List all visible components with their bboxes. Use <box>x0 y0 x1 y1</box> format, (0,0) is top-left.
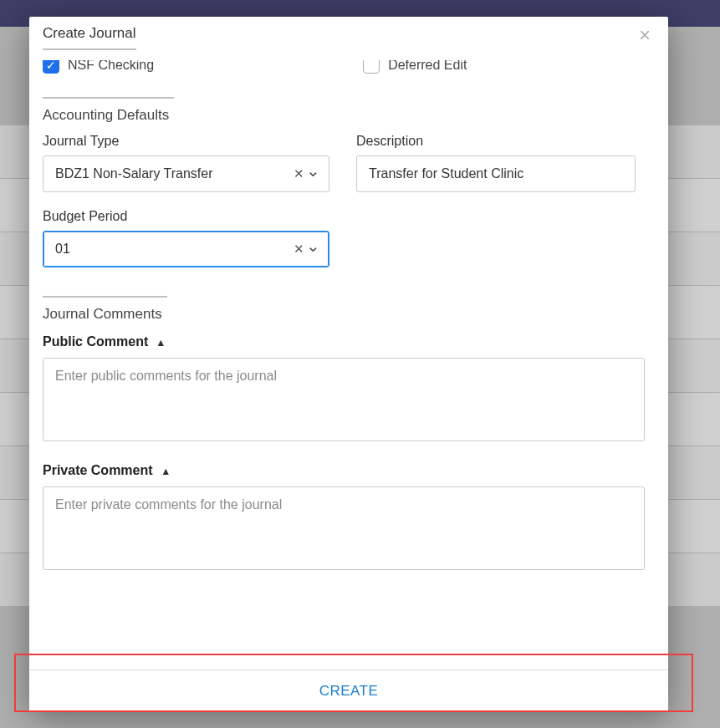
journal-comments-heading: Journal Comments <box>43 296 167 323</box>
public-comment-textarea[interactable] <box>43 358 645 441</box>
journal-type-select[interactable]: BDZ1 Non-Salary Transfer ✕ ⌄ <box>43 155 329 192</box>
checkbox-empty-icon <box>363 60 380 74</box>
budget-period-value: 01 <box>55 242 294 257</box>
description-label: Description <box>356 134 636 149</box>
modal-body[interactable]: ✓ NSF Checking Deferred Edit Accounting … <box>29 60 668 669</box>
options-row: ✓ NSF Checking Deferred Edit <box>43 60 655 85</box>
private-comment-label: Private Comment <box>43 463 153 478</box>
close-icon[interactable]: × <box>631 22 658 48</box>
chevron-down-icon[interactable]: ⌄ <box>306 236 320 256</box>
modal-footer: CREATE <box>29 669 668 712</box>
chevron-down-icon[interactable]: ⌄ <box>306 160 320 181</box>
create-journal-modal: Create Journal × ✓ NSF Checking Deferred… <box>29 17 668 712</box>
caret-up-icon[interactable]: ▴ <box>163 465 169 477</box>
modal-title: Create Journal <box>43 25 136 50</box>
budget-period-select[interactable]: 01 ✕ ⌄ <box>43 231 329 267</box>
journal-type-label: Journal Type <box>43 134 329 149</box>
clear-icon[interactable]: ✕ <box>294 242 304 257</box>
deferred-edit-checkbox[interactable]: Deferred Edit <box>363 60 467 74</box>
create-button[interactable]: CREATE <box>314 682 384 700</box>
modal-header: Create Journal × <box>29 17 668 60</box>
clear-icon[interactable]: ✕ <box>294 166 304 181</box>
nsf-checking-checkbox[interactable]: ✓ NSF Checking <box>43 60 154 74</box>
budget-period-label: Budget Period <box>43 209 329 224</box>
description-input[interactable] <box>356 155 636 192</box>
caret-up-icon[interactable]: ▴ <box>158 336 164 349</box>
accounting-defaults-heading: Accounting Defaults <box>43 97 174 124</box>
public-comment-label: Public Comment <box>43 334 148 349</box>
private-comment-textarea[interactable] <box>43 486 645 570</box>
checkbox-checked-icon: ✓ <box>43 60 59 74</box>
deferred-edit-label: Deferred Edit <box>388 60 467 73</box>
nsf-checking-label: NSF Checking <box>68 60 154 73</box>
journal-type-value: BDZ1 Non-Salary Transfer <box>55 166 294 181</box>
